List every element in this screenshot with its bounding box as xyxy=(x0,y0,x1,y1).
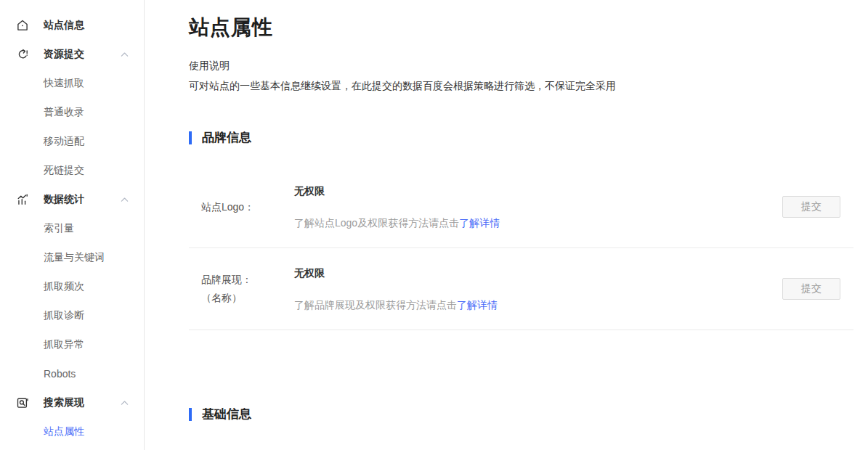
sidebar-item-label: 站点信息 xyxy=(44,19,84,32)
icon-spacer xyxy=(16,106,29,119)
submit-button[interactable]: 提交 xyxy=(782,278,840,300)
sidebar-item-2[interactable]: 快速抓取 xyxy=(0,69,144,98)
sidebar-item-label: 死链提交 xyxy=(44,164,84,177)
sidebar-item-label: 普通收录 xyxy=(44,106,84,119)
row-label: 品牌展现：（名称） xyxy=(189,271,294,307)
sidebar-item-label: 抓取频次 xyxy=(44,280,84,293)
sidebar-item-label: 快速抓取 xyxy=(44,77,84,90)
sidebar-item-label: 数据统计 xyxy=(44,193,84,206)
icon-spacer xyxy=(16,251,29,264)
basic-section-header: 基础信息 xyxy=(189,406,853,422)
row-description: 了解品牌展现及权限获得方法请点击了解详情 xyxy=(294,298,782,312)
section-accent-bar xyxy=(189,408,192,421)
row-description-text: 了解站点Logo及权限获得方法请点击 xyxy=(294,217,459,229)
chart-icon xyxy=(16,193,29,206)
permission-status: 无权限 xyxy=(294,266,782,280)
sidebar-item-0[interactable]: 站点信息 xyxy=(0,11,144,40)
brand-rows: 站点Logo：无权限了解站点Logo及权限获得方法请点击了解详情提交品牌展现：（… xyxy=(189,166,853,330)
sidebar-item-5[interactable]: 死链提交 xyxy=(0,156,144,185)
sidebar-item-14-active[interactable]: 站点属性 xyxy=(0,417,144,446)
row-description: 了解站点Logo及权限获得方法请点击了解详情 xyxy=(294,216,782,230)
submit-icon xyxy=(16,48,29,61)
sidebar-item-label: 抓取诊断 xyxy=(44,309,84,322)
basic-section-title: 基础信息 xyxy=(202,406,251,422)
sidebar-item-4[interactable]: 移动适配 xyxy=(0,127,144,156)
sidebar-item-7[interactable]: 索引量 xyxy=(0,214,144,243)
icon-spacer xyxy=(16,222,29,235)
row-description-text: 了解品牌展现及权限获得方法请点击 xyxy=(294,299,457,311)
page-title: 站点属性 xyxy=(189,13,853,42)
row-label-line: （名称） xyxy=(201,289,294,307)
sidebar-item-label: 资源提交 xyxy=(44,48,84,61)
icon-spacer xyxy=(16,135,29,148)
icon-spacer xyxy=(16,280,29,293)
search-square-icon xyxy=(16,396,29,409)
sidebar-item-label: Robots xyxy=(44,368,76,380)
icon-spacer xyxy=(16,338,29,351)
sidebar-item-label: 抓取异常 xyxy=(44,338,84,351)
permission-status: 无权限 xyxy=(294,184,782,198)
icon-spacer xyxy=(16,77,29,90)
sidebar-item-12[interactable]: Robots xyxy=(0,359,144,388)
sidebar-item-6[interactable]: 数据统计 xyxy=(0,185,144,214)
sidebar-item-label: 索引量 xyxy=(44,222,74,235)
icon-spacer xyxy=(16,367,29,380)
sidebar-item-8[interactable]: 流量与关键词 xyxy=(0,243,144,272)
icon-spacer xyxy=(16,425,29,438)
learn-more-link[interactable]: 了解详情 xyxy=(459,217,500,229)
usage-description: 可对站点的一些基本信息继续设置，在此提交的数据百度会根据策略进行筛选，不保证完全… xyxy=(189,78,853,93)
sidebar-item-9[interactable]: 抓取频次 xyxy=(0,272,144,301)
row-label-line: 品牌展现： xyxy=(201,271,294,289)
info-row-1: 品牌展现：（名称）无权限了解品牌展现及权限获得方法请点击了解详情提交 xyxy=(189,248,853,330)
brand-section-title: 品牌信息 xyxy=(202,129,251,146)
learn-more-link[interactable]: 了解详情 xyxy=(457,299,498,311)
sidebar-item-11[interactable]: 抓取异常 xyxy=(0,330,144,359)
icon-spacer xyxy=(16,309,29,322)
row-label-line: 站点Logo： xyxy=(201,198,294,216)
icon-spacer xyxy=(16,164,29,177)
home-icon xyxy=(16,19,29,32)
row-content: 无权限了解品牌展现及权限获得方法请点击了解详情 xyxy=(294,266,782,312)
app-window: 站点信息资源提交快速抓取普通收录移动适配死链提交数据统计索引量流量与关键词抓取频… xyxy=(0,0,868,450)
sidebar-item-label: 搜索展现 xyxy=(44,396,84,409)
info-row-0: 站点Logo：无权限了解站点Logo及权限获得方法请点击了解详情提交 xyxy=(189,166,853,248)
chevron-up-icon[interactable] xyxy=(121,52,129,57)
usage-label: 使用说明 xyxy=(189,58,853,73)
sidebar-nav: 站点信息资源提交快速抓取普通收录移动适配死链提交数据统计索引量流量与关键词抓取频… xyxy=(0,0,145,450)
section-accent-bar xyxy=(189,131,192,144)
main-content: 站点属性 使用说明 可对站点的一些基本信息继续设置，在此提交的数据百度会根据策略… xyxy=(145,0,868,450)
chevron-up-icon[interactable] xyxy=(121,400,129,406)
sidebar-item-label: 移动适配 xyxy=(44,135,84,148)
sidebar-item-label: 站点属性 xyxy=(44,425,84,438)
row-content: 无权限了解站点Logo及权限获得方法请点击了解详情 xyxy=(294,184,782,230)
submit-button[interactable]: 提交 xyxy=(782,196,840,218)
brand-section-header: 品牌信息 xyxy=(189,129,853,146)
sidebar-item-10[interactable]: 抓取诊断 xyxy=(0,301,144,330)
chevron-up-icon[interactable] xyxy=(121,197,129,202)
sidebar-item-3[interactable]: 普通收录 xyxy=(0,98,144,127)
sidebar-item-13[interactable]: 搜索展现 xyxy=(0,388,144,417)
row-label: 站点Logo： xyxy=(189,198,294,216)
sidebar-item-1[interactable]: 资源提交 xyxy=(0,40,144,69)
sidebar-item-label: 流量与关键词 xyxy=(44,251,105,264)
